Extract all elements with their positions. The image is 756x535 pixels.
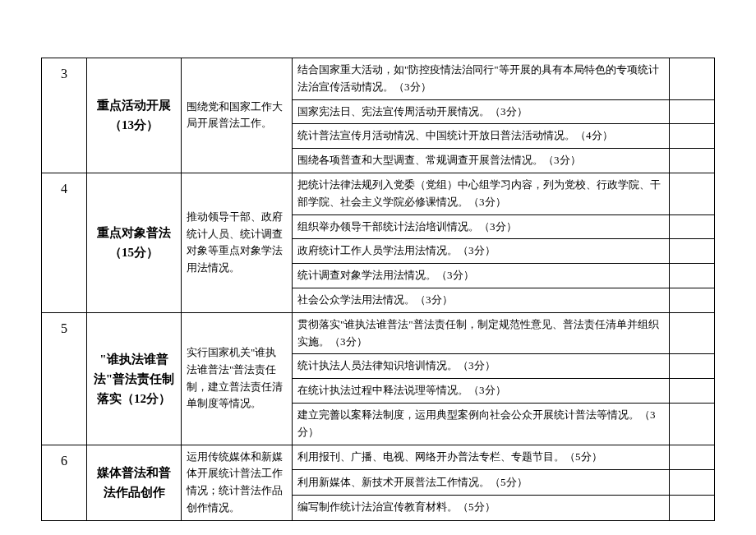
- empty-cell: [670, 495, 715, 520]
- row-number: 4: [42, 173, 87, 312]
- detail-cell: 贯彻落实"谁执法谁普法"普法责任制，制定规范性意见、普法责任清单并组织实施。（3…: [293, 312, 670, 354]
- detail-cell: 政府统计工作人员学法用法情况。（3分）: [293, 239, 670, 264]
- detail-cell: 统计普法宣传月活动情况、中国统计开放日普法活动情况。（4分）: [293, 124, 670, 149]
- empty-cell: [670, 264, 715, 288]
- evaluation-table: 3重点活动开展（13分）围绕党和国家工作大局开展普法工作。结合国家重大活动，如"…: [41, 58, 715, 521]
- detail-cell: 组织举办领导干部统计法治培训情况。（3分）: [293, 214, 670, 239]
- table-row: 6媒体普法和普法作品创作运用传统媒体和新媒体开展统计普法工作情况；统计普法作品创…: [42, 445, 715, 470]
- row-number: 5: [42, 312, 87, 445]
- empty-cell: [670, 312, 715, 354]
- row-number: 3: [42, 58, 87, 173]
- empty-cell: [670, 124, 715, 149]
- detail-cell: 统计执法人员法律知识培训情况。（3分）: [293, 354, 670, 379]
- row-title: 重点对象普法（15分）: [87, 173, 182, 312]
- row-desc: 实行国家机关"谁执法谁普法"普法责任制，建立普法责任清单制度等情况。: [182, 312, 293, 445]
- detail-cell: 在统计执法过程中释法说理等情况。（3分）: [293, 379, 670, 404]
- table-row: 4重点对象普法（15分）推动领导干部、政府统计人员、统计调查对象等重点对象学法用…: [42, 173, 715, 214]
- empty-cell: [670, 149, 715, 173]
- empty-cell: [670, 58, 715, 100]
- empty-cell: [670, 214, 715, 239]
- empty-cell: [670, 379, 715, 404]
- row-number: 6: [42, 445, 87, 520]
- empty-cell: [670, 354, 715, 379]
- detail-cell: 社会公众学法用法情况。（3分）: [293, 288, 670, 312]
- empty-cell: [670, 239, 715, 264]
- row-title: 重点活动开展（13分）: [87, 58, 182, 173]
- detail-cell: 围绕各项普查和大型调查、常规调查开展普法情况。（3分）: [293, 149, 670, 173]
- detail-cell: 编写制作统计法治宣传教育材料。（5分）: [293, 495, 670, 520]
- empty-cell: [670, 99, 715, 124]
- detail-cell: 国家宪法日、宪法宣传周活动开展情况。（3分）: [293, 99, 670, 124]
- row-title: "谁执法谁普法"普法责任制落实（12分）: [87, 312, 182, 445]
- row-desc: 运用传统媒体和新媒体开展统计普法工作情况；统计普法作品创作情况。: [182, 445, 293, 520]
- row-desc: 推动领导干部、政府统计人员、统计调查对象等重点对象学法用法情况。: [182, 173, 293, 312]
- detail-cell: 把统计法律法规列入党委（党组）中心组学习内容，列为党校、行政学院、干部学院、社会…: [293, 173, 670, 214]
- empty-cell: [670, 470, 715, 496]
- table-row: 5"谁执法谁普法"普法责任制落实（12分）实行国家机关"谁执法谁普法"普法责任制…: [42, 312, 715, 354]
- detail-cell: 统计调查对象学法用法情况。（3分）: [293, 264, 670, 288]
- empty-cell: [670, 403, 715, 445]
- detail-cell: 利用报刊、广播、电视、网络开办普法专栏、专题节目。（5分）: [293, 445, 670, 470]
- empty-cell: [670, 288, 715, 312]
- empty-cell: [670, 445, 715, 470]
- detail-cell: 结合国家重大活动，如"防控疫情法治同行"等开展的具有本局特色的专项统计法治宣传活…: [293, 58, 670, 100]
- detail-cell: 利用新媒体、新技术开展普法工作情况。（5分）: [293, 470, 670, 496]
- row-title: 媒体普法和普法作品创作: [87, 445, 182, 520]
- table-row: 3重点活动开展（13分）围绕党和国家工作大局开展普法工作。结合国家重大活动，如"…: [42, 58, 715, 100]
- empty-cell: [670, 173, 715, 214]
- row-desc: 围绕党和国家工作大局开展普法工作。: [182, 58, 293, 173]
- detail-cell: 建立完善以案释法制度，运用典型案例向社会公众开展统计普法等情况。（3分）: [293, 403, 670, 445]
